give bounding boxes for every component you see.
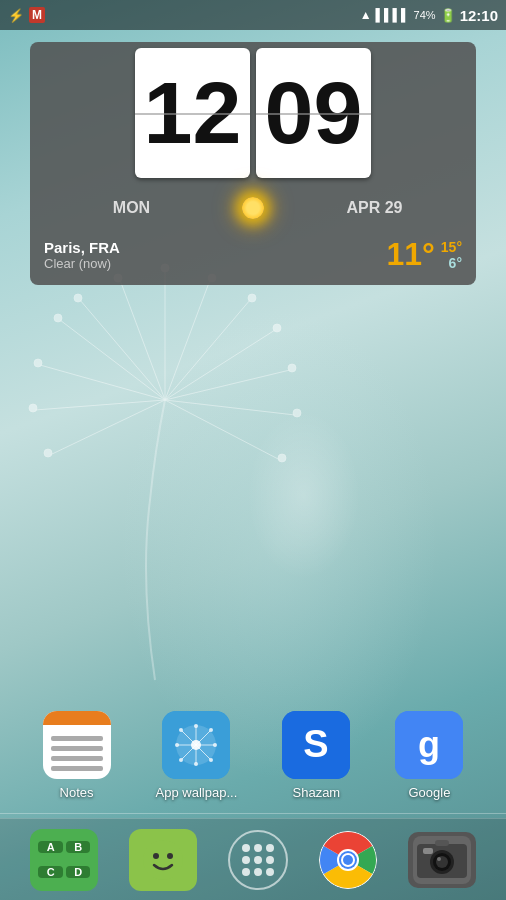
notes-orange-bar: [43, 711, 111, 725]
status-right-icons: ▲ ▌▌▌▌ 74% 🔋 12:10: [360, 7, 498, 24]
svg-point-25: [278, 454, 286, 462]
status-time: 12:10: [460, 7, 498, 24]
apps-drawer-button[interactable]: [228, 830, 288, 890]
app-dock: Notes: [0, 701, 506, 810]
svg-point-13: [273, 324, 281, 332]
abcd-b: B: [66, 841, 91, 853]
location-info: Paris, FRA Clear (now): [44, 239, 120, 271]
notes-label: Notes: [60, 785, 94, 800]
dot-9: [266, 868, 274, 876]
minute-display: 09: [265, 69, 363, 157]
app-icon-google[interactable]: g Google: [395, 711, 463, 800]
svg-point-23: [44, 449, 52, 457]
svg-point-50: [153, 853, 159, 859]
app-icon-shazam[interactable]: S Shazam: [282, 711, 350, 800]
gmail-icon: M: [29, 7, 45, 23]
status-bar: ⚡ M ▲ ▌▌▌▌ 74% 🔋 12:10: [0, 0, 506, 30]
date-label: APR 29: [283, 199, 466, 217]
abcd-a: A: [38, 841, 63, 853]
weather-info: Paris, FRA Clear (now) 11° 15° 6°: [36, 234, 470, 279]
svg-line-18: [35, 400, 165, 410]
dot-4: [242, 856, 250, 864]
svg-line-0: [60, 320, 165, 400]
notes-line-4: [51, 766, 103, 771]
svg-point-38: [175, 743, 179, 747]
dot-3: [266, 844, 274, 852]
temp-range: 15° 6°: [441, 239, 462, 271]
svg-point-34: [209, 728, 213, 732]
notes-line-1: [51, 736, 103, 741]
abcd-d: D: [66, 866, 91, 878]
weather-condition: Clear (now): [44, 256, 120, 271]
google-label: Google: [408, 785, 450, 800]
day-label: MON: [40, 199, 223, 217]
notes-lines: [43, 726, 111, 779]
svg-line-22: [50, 400, 165, 455]
battery-icon: 🔋: [440, 8, 456, 23]
svg-rect-65: [435, 840, 449, 846]
app-icon-notes[interactable]: Notes: [43, 711, 111, 800]
svg-point-32: [194, 724, 198, 728]
google-svg: g: [395, 711, 463, 779]
wifi-icon: ▲: [360, 8, 372, 22]
shazam-label: Shazam: [293, 785, 341, 800]
svg-point-21: [293, 409, 301, 417]
weather-icon-area: [223, 184, 283, 232]
svg-point-15: [34, 359, 42, 367]
chrome-button[interactable]: [319, 831, 377, 889]
svg-point-17: [288, 364, 296, 372]
svg-point-51: [167, 853, 173, 859]
svg-point-49: [143, 840, 183, 880]
shazam-icon-img: S: [282, 711, 350, 779]
svg-rect-64: [423, 848, 433, 854]
svg-point-3: [74, 294, 82, 302]
svg-point-42: [179, 758, 183, 762]
svg-line-20: [165, 400, 295, 415]
svg-point-57: [343, 855, 353, 865]
svg-text:g: g: [418, 724, 440, 765]
svg-point-44: [209, 758, 213, 762]
svg-line-16: [165, 370, 290, 400]
svg-line-24: [165, 400, 280, 460]
svg-point-30: [179, 728, 183, 732]
dot-1: [242, 844, 250, 852]
apps-grid-icon: [240, 842, 276, 878]
dot-5: [254, 856, 262, 864]
notes-line-3: [51, 756, 103, 761]
sun-icon: [229, 184, 277, 232]
app-icon-wallpaper[interactable]: App wallpap...: [156, 711, 238, 800]
dictionary-button[interactable]: A B C D: [30, 829, 98, 891]
notes-icon-img: [43, 711, 111, 779]
dot-6: [266, 856, 274, 864]
temp-current: 11°: [386, 236, 434, 273]
smiley-icon: [142, 839, 184, 881]
signal-icon: ▌▌▌▌: [376, 8, 410, 22]
dot-2: [254, 844, 262, 852]
temp-low: 6°: [449, 255, 462, 271]
wallpaper-svg: [162, 711, 230, 779]
clock-widget: 12 09 MON APR 29 Paris, FRA Clear (now) …: [30, 42, 476, 285]
svg-line-14: [40, 365, 165, 400]
usb-icon: ⚡: [8, 8, 24, 23]
svg-point-36: [213, 743, 217, 747]
svg-point-63: [437, 857, 441, 861]
hour-card: 12: [135, 48, 250, 178]
svg-point-1: [54, 314, 62, 322]
svg-line-12: [165, 330, 275, 400]
hour-display: 12: [144, 69, 242, 157]
clock-bottom-row: MON APR 29: [36, 178, 470, 234]
camera-button[interactable]: [408, 832, 476, 888]
messages-button[interactable]: [129, 829, 197, 891]
svg-line-10: [165, 300, 250, 400]
svg-point-11: [248, 294, 256, 302]
svg-point-19: [29, 404, 37, 412]
dot-8: [254, 868, 262, 876]
camera-icon: [413, 836, 471, 884]
svg-line-4: [120, 280, 165, 400]
svg-point-40: [194, 762, 198, 766]
sun-core: [242, 197, 264, 219]
svg-line-8: [165, 280, 210, 400]
dock-separator: [0, 813, 506, 814]
wallpaper-icon-img: [162, 711, 230, 779]
minute-card: 09: [256, 48, 371, 178]
